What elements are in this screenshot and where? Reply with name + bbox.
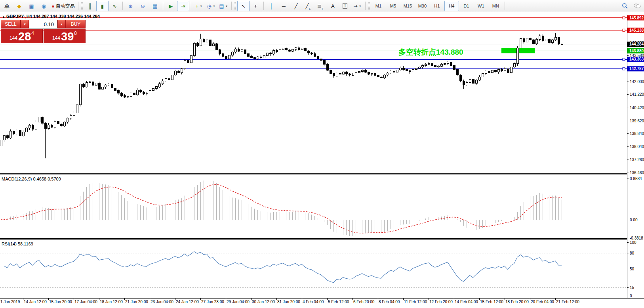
arrows-button[interactable]: ⇝▼ [351,1,364,11]
templates-button[interactable]: ▤▼ [217,1,230,11]
arrows-button-dropdown-icon[interactable]: ▼ [359,5,362,8]
cursor-icon: ↖ [241,4,246,9]
fibonacci-button[interactable]: ≣F [314,1,327,11]
buy-price-panel[interactable]: 144 39 8 [44,29,86,43]
zoom-out-button[interactable]: ⊖ [137,1,149,11]
timeframe-m15-button[interactable]: M15 [400,1,415,11]
text-button[interactable]: A [327,1,339,11]
svg-text:12 Feb 20:00: 12 Feb 20:00 [429,300,453,304]
auto-scroll-icon: ▶ [169,4,173,9]
timeframe-mn-button[interactable]: MN [488,1,503,11]
channel-button[interactable]: ╱E [302,1,314,11]
horizontal-line-icon: ─ [282,4,286,9]
autotrading-icon: ● [51,4,55,9]
autotrading-button[interactable]: ●自动交易 [50,1,76,11]
sell-price-pips: 28 [18,32,31,42]
search-button[interactable] [619,1,631,11]
search-icon [622,3,628,9]
bar-chart-button[interactable]: ║ [84,1,96,11]
horizontal-line-button[interactable]: ─ [278,1,290,11]
svg-text:6 Feb 20:00: 6 Feb 20:00 [353,300,375,304]
chart-shift-icon: ⇥ [181,4,185,9]
svg-text:MACD(12,26,9) 0.4658 0.5709: MACD(12,26,9) 0.4658 0.5709 [2,177,61,181]
svg-text:100: 100 [630,240,636,245]
signals-icon: ◉ [42,4,46,9]
indicators-button-dropdown-icon[interactable]: ▼ [200,5,202,8]
hline-handle[interactable] [623,68,625,70]
timeframe-m5-button[interactable]: M5 [386,1,400,11]
chat-icon [634,3,641,9]
svg-text:143.363: 143.363 [629,57,644,61]
sell-price-big-figure: 144 [10,35,17,41]
periods-icon: ◷ [207,4,211,9]
signals-button[interactable]: ◉ [38,1,50,11]
vertical-line-button[interactable]: │ [265,1,278,11]
timeframe-h4-button[interactable]: H4 [444,1,459,11]
candlestick-chart-button[interactable]: ▮ [96,1,109,11]
svg-text:0.00: 0.00 [630,218,638,222]
periods-button-dropdown-icon[interactable]: ▼ [213,5,215,8]
arrows-icon: ⇝ [353,4,358,9]
svg-text:138.840: 138.840 [630,131,644,136]
zoom-in-button[interactable]: ⊕ [124,1,137,11]
timeframe-m30-button[interactable]: M30 [415,1,430,11]
periods-button[interactable]: ◷▼ [205,1,217,11]
trendline-button[interactable]: ╱ [290,1,302,11]
auto-scroll-button[interactable]: ▶ [165,1,177,11]
svg-text:RSI(14) 58.1169: RSI(14) 58.1169 [2,241,33,246]
timeframe-h1-button[interactable]: H1 [430,1,444,11]
timeframe-m1-button[interactable]: M1 [371,1,386,11]
one-click-trade-panel: SELL ▼ ▲ BUY 144 28 4 144 39 8 [1,20,86,43]
indicators-button[interactable]: +▼ [193,1,205,11]
volume-down-button[interactable]: ▼ [21,20,29,29]
hline-handle[interactable] [623,17,625,19]
svg-text:11 Jan 2019: 11 Jan 2019 [0,300,20,304]
svg-text:24 Jan 12:00: 24 Jan 12:00 [176,300,199,304]
svg-text:4 Feb 04:00: 4 Feb 04:00 [303,300,324,304]
collapse-arrow-icon[interactable]: ▲ [2,15,5,19]
cursor-button[interactable]: ↖ [237,1,250,11]
timeframe-d1-button[interactable]: D1 [459,1,474,11]
text-label-button[interactable]: T [339,1,351,11]
crosshair-button[interactable]: + [250,1,262,11]
chart-title: ▲GBPJPY-,H4 144.287 144.338 144.226 144.… [2,14,100,19]
chat-button[interactable] [631,1,643,11]
svg-text:20 Feb 04:00: 20 Feb 04:00 [531,300,554,304]
svg-text:21 Jan 20:00: 21 Jan 20:00 [125,300,148,304]
fibonacci-sub-label: F [322,7,324,11]
tile-windows-button[interactable]: ▦ [149,1,161,11]
svg-text:17 Jan 04:00: 17 Jan 04:00 [74,300,97,304]
channel-icon: ╱ [305,4,309,9]
volume-up-button[interactable]: ▲ [57,20,66,29]
svg-text:27 Jan 23:00: 27 Jan 23:00 [201,300,224,304]
toolbar: 单◆▣◉●自动交易║▮∿⊕⊖▦▶⇥+▼◷▼▤▼↖+│─╱╱E≣FAT⇝▼M1M5… [0,0,644,12]
templates-button-dropdown-icon[interactable]: ▼ [225,5,228,8]
zoom-out-icon: ⊖ [141,4,145,9]
annotation-text: 多空转折点143.880 [398,48,463,56]
hline-handle[interactable] [623,58,625,61]
new-order-button[interactable]: 单 [1,1,13,11]
svg-text:145.138: 145.138 [629,28,644,32]
new-chart-button[interactable]: ▣ [25,1,38,11]
buy-button[interactable]: BUY [66,20,86,29]
buy-price-pips: 39 [61,32,74,42]
svg-text:0.8534: 0.8534 [630,177,642,181]
line-chart-button[interactable]: ∿ [109,1,121,11]
svg-text:-0.3818: -0.3818 [630,236,643,240]
svg-text:18 Jan 12:00: 18 Jan 12:00 [100,300,123,304]
sell-price-panel[interactable]: 144 28 4 [1,29,43,43]
crosshair-icon: + [254,4,257,9]
hline-handle[interactable] [623,29,625,31]
svg-text:30 Jan 12:00: 30 Jan 12:00 [252,300,275,304]
buy-price-big-figure: 144 [52,35,60,41]
fibonacci-icon: ≣ [317,4,322,9]
chart-canvas[interactable]: 多空转折点143.880MACD(12,26,9) 0.4658 0.5709R… [0,0,644,308]
volume-input[interactable] [29,20,57,29]
templates-icon: ▤ [219,4,224,9]
text-icon: A [331,4,335,9]
timeframe-w1-button[interactable]: W1 [474,1,488,11]
sell-button[interactable]: SELL [1,20,21,29]
buy-price-point: 8 [74,30,77,36]
chart-shift-button[interactable]: ⇥ [177,1,189,11]
market-watch-button[interactable]: ◆ [13,1,25,11]
